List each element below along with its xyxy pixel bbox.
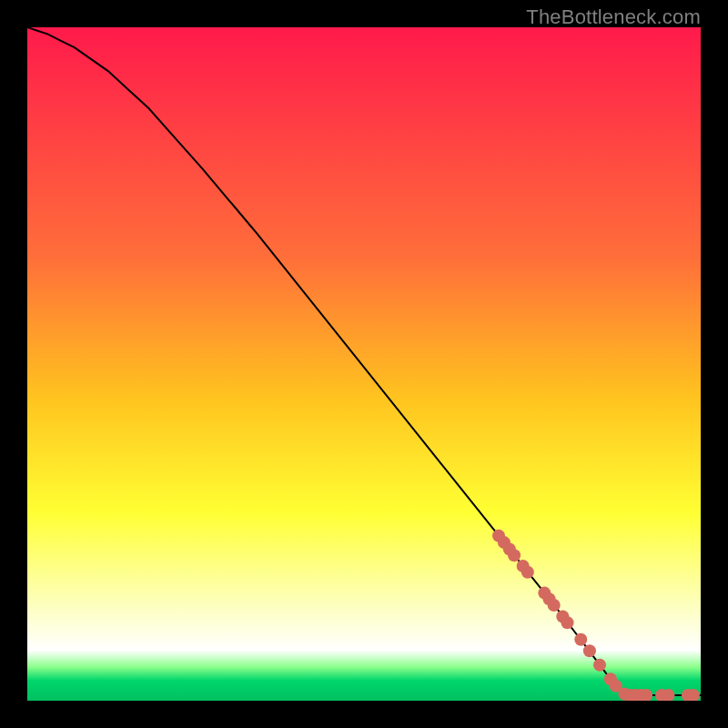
data-marker (561, 616, 573, 629)
data-marker (521, 566, 534, 579)
plot-area (27, 27, 701, 701)
data-marker (583, 644, 596, 657)
data-marker (574, 633, 587, 646)
data-marker (593, 659, 606, 672)
gradient-background (27, 27, 701, 701)
chart-svg (27, 27, 701, 701)
watermark-text: TheBottleneck.com (526, 5, 701, 29)
data-marker (548, 599, 561, 612)
chart-frame: TheBottleneck.com (0, 0, 728, 728)
data-marker (508, 549, 521, 561)
